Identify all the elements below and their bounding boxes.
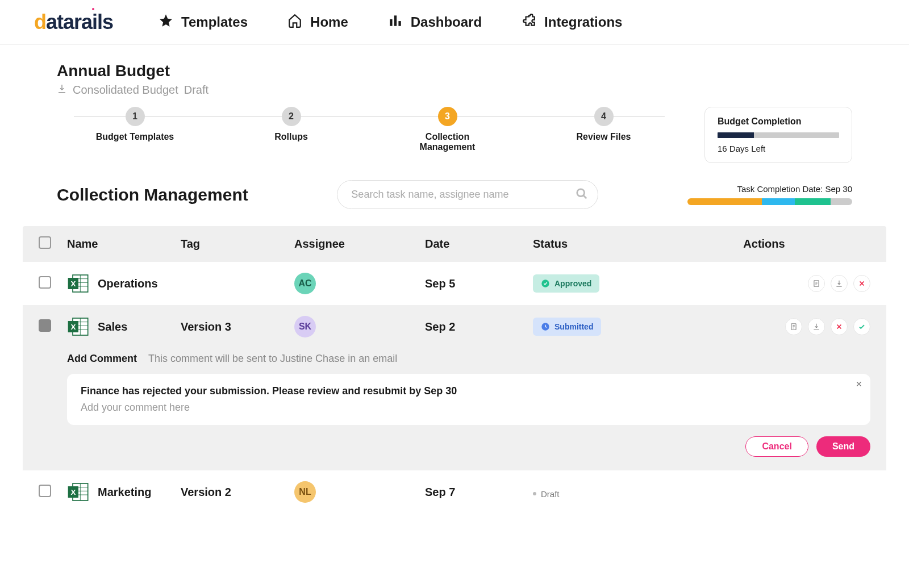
- breadcrumb-folder: Consolidated Budget: [73, 84, 178, 97]
- nav-dashboard[interactable]: Dashboard: [388, 13, 482, 31]
- row-name: Marketing: [98, 486, 151, 499]
- logo: datarails: [34, 10, 113, 34]
- row-date: Sep 5: [425, 277, 533, 290]
- step-label: Budget Templates: [96, 132, 174, 142]
- download-icon: [57, 84, 67, 97]
- row-tag: Version 3: [181, 320, 294, 333]
- close-icon[interactable]: ✕: [856, 380, 862, 389]
- header-assignee: Assignee: [294, 237, 425, 251]
- nav-integrations[interactable]: Integrations: [522, 13, 622, 31]
- step-4[interactable]: 4Review Files: [526, 107, 682, 152]
- svg-text:X: X: [70, 280, 76, 288]
- close-action-button[interactable]: [853, 275, 870, 292]
- breadcrumb-status: Draft: [184, 84, 209, 97]
- row-name: Sales: [98, 320, 127, 333]
- close-action-button[interactable]: [831, 318, 848, 335]
- comment-text: Finance has rejected your submission. Pl…: [81, 385, 857, 397]
- row-checkbox[interactable]: [39, 319, 51, 332]
- step-circle: 4: [594, 107, 614, 126]
- completion-sub: 16 Days Left: [718, 144, 839, 153]
- search-input[interactable]: [337, 180, 598, 209]
- header-name: Name: [67, 237, 181, 251]
- row-checkbox[interactable]: [39, 276, 51, 289]
- svg-point-3: [577, 189, 585, 196]
- main-nav: TemplatesHomeDashboardIntegrations: [159, 13, 622, 31]
- cancel-button[interactable]: Cancel: [745, 436, 808, 457]
- svg-point-11: [541, 280, 549, 287]
- row-name: Operations: [98, 277, 158, 290]
- breadcrumb: Consolidated Budget Draft: [57, 84, 852, 97]
- status-badge: Submitted: [533, 318, 601, 336]
- header-actions: Actions: [658, 237, 870, 251]
- nav-label: Templates: [181, 14, 248, 30]
- check-action-button[interactable]: [853, 318, 870, 335]
- task-completion-info: Task Completion Date: Sep 30: [687, 184, 852, 205]
- completion-bar: [718, 132, 839, 138]
- nav-label: Dashboard: [411, 14, 482, 30]
- step-circle: 3: [438, 107, 457, 126]
- step-2[interactable]: 2Rollups: [213, 107, 369, 152]
- table-row: XMarketing Version 2 NL Sep 7 Draft: [23, 470, 886, 514]
- search-wrap: [337, 180, 598, 209]
- step-label: Rollups: [274, 132, 308, 142]
- header-tag: Tag: [181, 237, 294, 251]
- send-button[interactable]: Send: [816, 436, 870, 457]
- row-tag: Version 2: [181, 486, 294, 499]
- header-status: Status: [533, 237, 658, 251]
- page-title: Annual Budget: [57, 62, 852, 80]
- comment-sub: This comment will be sent to Justine Cha…: [148, 353, 397, 365]
- svg-text:X: X: [70, 488, 76, 497]
- step-3[interactable]: 3Collection Management: [369, 107, 526, 152]
- tasks-table: Name Tag Assignee Date Status Actions XO…: [23, 226, 886, 514]
- svg-rect-1: [394, 15, 397, 26]
- completion-title: Budget Completion: [718, 116, 839, 127]
- star-icon: [159, 13, 173, 31]
- step-label: Review Files: [576, 132, 631, 142]
- puzzle-icon: [522, 13, 536, 31]
- progress-bar: [687, 198, 852, 205]
- nav-templates[interactable]: Templates: [159, 13, 248, 31]
- row-date: Sep 2: [425, 320, 533, 333]
- budget-completion-card: Budget Completion 16 Days Left: [704, 107, 852, 163]
- step-circle: 2: [282, 107, 301, 126]
- excel-icon: X: [67, 315, 90, 338]
- row-checkbox[interactable]: [39, 485, 51, 497]
- table-row: XOperations AC Sep 5 Approved: [23, 262, 886, 305]
- stepper: 1Budget Templates2Rollups3Collection Man…: [57, 107, 682, 152]
- avatar: AC: [294, 273, 316, 294]
- status-badge: Draft: [533, 489, 560, 499]
- avatar: NL: [294, 481, 316, 503]
- row-date: Sep 7: [425, 486, 533, 499]
- step-1[interactable]: 1Budget Templates: [57, 107, 213, 152]
- status-badge: Approved: [533, 274, 599, 293]
- step-circle: 1: [126, 107, 145, 126]
- nav-label: Integrations: [544, 14, 622, 30]
- doc-action-button[interactable]: [785, 318, 802, 335]
- bars-icon: [388, 13, 403, 31]
- table-row: XSales Version 3 SK Sep 2 Submitted: [23, 305, 886, 348]
- doc-action-button[interactable]: [808, 275, 825, 292]
- table-header-row: Name Tag Assignee Date Status Actions: [23, 226, 886, 262]
- step-label: Collection Management: [408, 132, 487, 152]
- comment-title: Add Comment: [67, 353, 137, 365]
- comment-box[interactable]: ✕ Finance has rejected your submission. …: [67, 374, 870, 425]
- task-completion-date: Task Completion Date: Sep 30: [737, 184, 852, 194]
- download-action-button[interactable]: [831, 275, 848, 292]
- select-all-checkbox[interactable]: [39, 236, 51, 249]
- avatar: SK: [294, 316, 316, 337]
- svg-rect-0: [390, 19, 392, 26]
- excel-icon: X: [67, 481, 90, 503]
- app-header: datarails TemplatesHomeDashboardIntegrat…: [0, 0, 909, 45]
- excel-icon: X: [67, 272, 90, 295]
- nav-label: Home: [310, 14, 348, 30]
- svg-text:X: X: [70, 323, 76, 331]
- comment-panel: Add Comment This comment will be sent to…: [23, 348, 886, 470]
- search-icon: [576, 187, 588, 202]
- comment-placeholder: Add your comment here: [81, 402, 857, 414]
- nav-home[interactable]: Home: [287, 13, 348, 31]
- download-action-button[interactable]: [808, 318, 825, 335]
- home-icon: [287, 13, 302, 31]
- header-date: Date: [425, 237, 533, 251]
- svg-rect-2: [398, 21, 401, 26]
- section-title: Collection Management: [57, 185, 248, 205]
